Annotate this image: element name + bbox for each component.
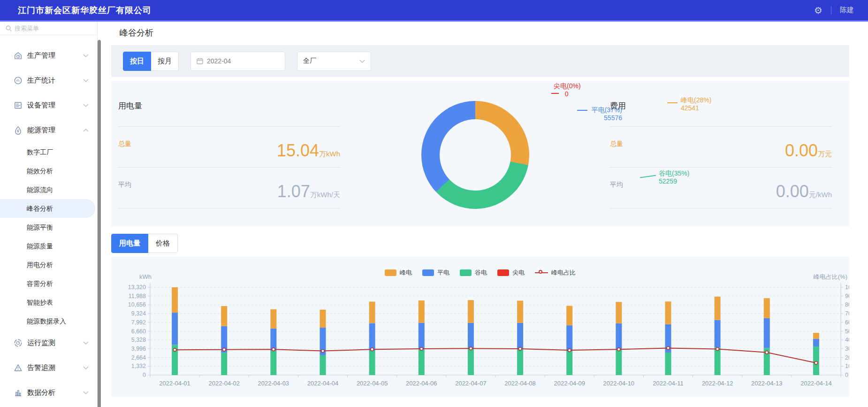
cost-avg-label: 平均 [610, 181, 623, 201]
sidebar-subitem[interactable]: 能效分析 [0, 161, 97, 180]
mode-toggle: 按日 按月 [123, 52, 179, 71]
sidebar-item-monitor[interactable]: 运行监测 [0, 330, 97, 355]
sidebar-subitem[interactable]: 用电分析 [0, 255, 97, 274]
svg-text:2022-04-01: 2022-04-01 [159, 380, 190, 387]
date-picker[interactable]: 2022-04 [190, 52, 285, 71]
usage-card-title: 用电量 [118, 100, 340, 111]
sidebar-subitem[interactable]: 能源数据录入 [0, 312, 97, 330]
svg-text:90: 90 [845, 293, 849, 299]
sidebar-subitem[interactable]: 能源流向 [0, 180, 97, 199]
legend-swatch [422, 269, 434, 276]
sidebar-item-label: 生产管理 [27, 51, 55, 60]
svg-text:11,988: 11,988 [129, 293, 146, 299]
page-title: 峰谷分析 [120, 27, 153, 38]
svg-text:9,324: 9,324 [131, 310, 146, 317]
legend-label: 峰电占比 [551, 269, 576, 277]
sidebar-item-label: 设备管理 [27, 101, 55, 110]
svg-text:2022-04-04: 2022-04-04 [307, 380, 339, 387]
legend-item-峰电[interactable]: 峰电 [385, 269, 412, 277]
usage-total-value: 15.04万kWh [277, 141, 340, 161]
bar-line-chart: kWh峰电占比(%)01,3322,6643,9965,3286,6607,99… [111, 256, 849, 397]
sidebar-item-energy[interactable]: 能源管理 [0, 118, 97, 143]
sidebar-subitem[interactable]: 能源平衡 [0, 218, 97, 237]
svg-text:2022-04-13: 2022-04-13 [751, 380, 783, 387]
cost-total-value: 0.00万元 [785, 141, 832, 161]
analysis-icon [13, 388, 23, 398]
leader-line [577, 110, 587, 111]
sidebar-subitem[interactable]: 智能抄表 [0, 293, 97, 312]
legend-item-谷电[interactable]: 谷电 [460, 269, 487, 277]
svg-text:2022-04-09: 2022-04-09 [554, 380, 585, 387]
scope-select[interactable]: 全厂 [297, 52, 371, 71]
tab-usage[interactable]: 用电量 [111, 234, 148, 253]
sidebar-item-label: 运行监测 [27, 338, 55, 347]
user-name[interactable]: 陈建 [840, 6, 854, 15]
donut-hole [440, 119, 511, 191]
divider [118, 208, 340, 208]
legend-line-marker [535, 269, 548, 276]
search-input[interactable] [15, 25, 80, 32]
chevron-down-icon [83, 366, 89, 369]
svg-text:20: 20 [845, 354, 849, 361]
summary-panel: 用电量 总量 15.04万kWh 平均 1.07万kWh/天 尖电(0%)0 峰 [111, 81, 849, 226]
svg-text:50: 50 [845, 328, 849, 335]
chevron-down-icon [83, 104, 89, 107]
legend-item-峰电占比[interactable]: 峰电占比 [535, 269, 576, 277]
cost-card-title: 费用 [610, 100, 832, 111]
settings-gear-icon[interactable]: ⚙ [814, 6, 822, 15]
chevron-down-icon [83, 79, 89, 82]
sidebar-scrollbar[interactable] [98, 40, 101, 407]
cost-card: 费用 总量 0.00万元 平均 0.00元/kWh [610, 81, 832, 226]
sidebar-item-alarm[interactable]: 告警追溯 [0, 355, 97, 380]
device-icon [13, 101, 23, 110]
legend-swatch [460, 269, 472, 276]
chart-tabs: 用电量 价格 [111, 234, 178, 253]
bar-chart-panel: 峰电平电谷电尖电峰电占比 kWh峰电占比(%)01,3322,6643,9965… [111, 256, 849, 397]
legend-label: 峰电 [400, 269, 412, 277]
svg-text:2022-04-11: 2022-04-11 [653, 380, 684, 387]
filter-bar: 按日 按月 2022-04 全厂 [111, 45, 849, 77]
sidebar-subitem[interactable]: 数字工厂 [0, 143, 97, 161]
legend-label: 尖电 [512, 269, 525, 277]
sidebar-item-label: 能源管理 [27, 126, 55, 135]
svg-text:2022-04-08: 2022-04-08 [504, 380, 536, 387]
svg-text:100: 100 [845, 284, 849, 291]
alarm-icon [13, 363, 23, 373]
by-month-button[interactable]: 按月 [151, 52, 179, 71]
cost-total-label: 总量 [610, 140, 623, 161]
svg-text:2022-04-10: 2022-04-10 [603, 380, 635, 387]
sidebar-subitem[interactable]: 容需分析 [0, 274, 97, 293]
energy-icon [13, 126, 23, 135]
svg-text:2022-04-03: 2022-04-03 [258, 380, 289, 387]
svg-text:1,332: 1,332 [131, 363, 146, 369]
svg-text:2022-04-07: 2022-04-07 [455, 380, 487, 387]
tab-price[interactable]: 价格 [148, 234, 178, 253]
usage-card: 用电量 总量 15.04万kWh 平均 1.07万kWh/天 [118, 81, 340, 226]
search-icon [6, 25, 12, 31]
svg-text:7,992: 7,992 [131, 319, 146, 326]
sidebar-search[interactable] [0, 22, 97, 35]
sidebar-item-label: 数据分析 [27, 388, 55, 397]
svg-text:2022-04-02: 2022-04-02 [208, 380, 240, 387]
svg-text:5,328: 5,328 [131, 337, 146, 343]
sidebar-subitem[interactable]: 峰谷分析 [0, 199, 95, 218]
chevron-down-icon [83, 391, 89, 394]
top-bar: 江门市新会区新华胶丝厂有限公司 ⚙ 陈建 [0, 0, 868, 22]
cost-avg-value: 0.00元/kWh [776, 182, 832, 201]
sidebar-item-device[interactable]: 设备管理 [0, 93, 97, 118]
svg-text:10: 10 [845, 363, 849, 369]
by-day-button[interactable]: 按日 [123, 52, 151, 71]
sidebar-item-stats[interactable]: 生产统计 [0, 68, 97, 93]
svg-text:40: 40 [845, 337, 849, 343]
legend-label: 谷电 [475, 269, 487, 277]
legend-item-尖电[interactable]: 尖电 [497, 269, 525, 277]
svg-text:2022-04-14: 2022-04-14 [800, 380, 832, 387]
date-value: 2022-04 [207, 57, 231, 65]
sidebar-subitem[interactable]: 能源质量 [0, 237, 97, 255]
svg-text:10,656: 10,656 [128, 301, 146, 308]
sidebar-item-analysis[interactable]: 数据分析 [0, 380, 97, 405]
chart-legend: 峰电平电谷电尖电峰电占比 [111, 269, 849, 277]
legend-item-平电[interactable]: 平电 [422, 269, 449, 277]
sidebar-nav: 生产管理生产统计设备管理能源管理数字工厂能效分析能源流向峰谷分析能源平衡能源质量… [0, 35, 97, 405]
sidebar-item-home[interactable]: 生产管理 [0, 43, 97, 68]
